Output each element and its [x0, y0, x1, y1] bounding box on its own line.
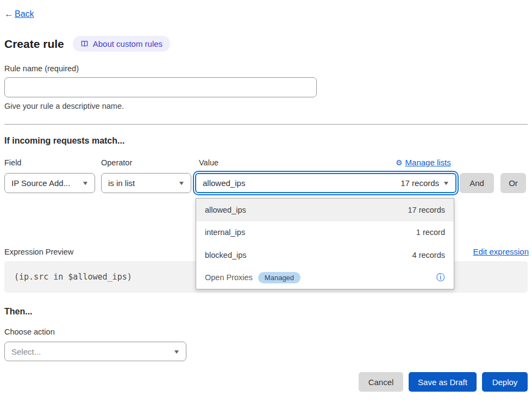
list-item-name: allowed_ips [205, 206, 246, 214]
value-records-count: 17 records [400, 178, 439, 188]
chevron-down-icon: ▼ [82, 180, 89, 186]
page-title: Create rule [4, 38, 64, 51]
manage-lists-link[interactable]: ⚙ Manage lists [396, 158, 451, 167]
list-item-name: internal_ips [205, 228, 245, 237]
back-arrow-icon: ← [4, 9, 14, 20]
chevron-down-icon: ▼ [442, 180, 449, 186]
back-link-label: Back [15, 9, 34, 19]
field-select-value: IP Source Add... [11, 178, 70, 188]
rule-name-input[interactable] [4, 77, 317, 97]
expression-preview-label: Expression Preview [4, 248, 73, 256]
title-row: Create rule About custom rules [4, 36, 170, 52]
value-combobox-focus-ring: 17 records ▼ [193, 171, 459, 195]
create-rule-page: ←Back Create rule About custom rules Rul… [0, 0, 532, 402]
choose-action-label: Choose action [4, 327, 55, 336]
match-section-heading: If incoming requests match... [4, 136, 124, 146]
chevron-down-icon: ▼ [173, 349, 180, 355]
list-item-blocked-ips[interactable]: blocked_ips 4 records [196, 244, 454, 267]
list-dropdown-panel: allowed_ips 17 records internal_ips 1 re… [196, 198, 454, 289]
cancel-button[interactable]: Cancel [359, 372, 403, 392]
info-icon[interactable]: ⓘ [436, 273, 445, 282]
save-as-draft-button[interactable]: Save as Draft [409, 372, 477, 392]
then-section-heading: Then... [4, 307, 33, 317]
manage-lists-label: Manage lists [405, 158, 451, 167]
chevron-down-icon: ▼ [178, 180, 185, 186]
operator-label: Operator [101, 158, 132, 167]
list-item-open-proxies[interactable]: Open Proxies Managed ⓘ [196, 267, 454, 289]
about-custom-rules-link[interactable]: About custom rules [73, 36, 170, 52]
deploy-button[interactable]: Deploy [482, 372, 528, 392]
expression-code-text: (ip.src in $allowed_ips) [14, 272, 132, 282]
gear-icon: ⚙ [396, 158, 403, 167]
value-combobox[interactable]: 17 records ▼ [195, 173, 456, 193]
action-select-placeholder: Select... [11, 347, 41, 356]
value-label: Value [199, 158, 218, 167]
operator-select-value: is in list [108, 178, 135, 188]
field-select[interactable]: IP Source Add... ▼ [4, 173, 95, 193]
rule-name-helper: Give your rule a descriptive name. [4, 102, 124, 110]
section-divider [4, 124, 528, 125]
managed-badge: Managed [258, 272, 301, 283]
list-item-records: 17 records [408, 206, 445, 214]
operator-select[interactable]: is in list ▼ [101, 173, 191, 193]
list-item-records: 1 record [416, 228, 445, 237]
rule-name-label: Rule name (required) [4, 64, 79, 73]
edit-expression-link[interactable]: Edit expression [473, 247, 529, 256]
list-item-name: Open Proxies [205, 273, 253, 282]
footer-buttons: Cancel Save as Draft Deploy [359, 372, 528, 392]
list-item-records: 4 records [412, 251, 445, 259]
action-select[interactable]: Select... ▼ [4, 342, 186, 361]
field-label: Field [4, 158, 21, 167]
list-item-internal-ips[interactable]: internal_ips 1 record [196, 221, 454, 244]
and-button[interactable]: And [460, 173, 494, 193]
list-item-allowed-ips[interactable]: allowed_ips 17 records [196, 199, 454, 221]
about-pill-label: About custom rules [93, 39, 162, 48]
or-button[interactable]: Or [500, 173, 526, 193]
list-item-name: blocked_ips [205, 251, 247, 259]
value-input[interactable] [203, 178, 396, 188]
book-icon [80, 40, 89, 48]
back-link[interactable]: ←Back [4, 9, 34, 20]
